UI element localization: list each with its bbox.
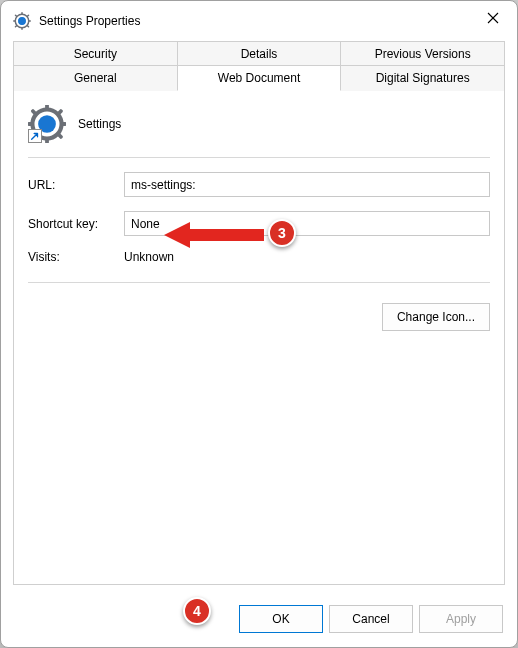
dialog-footer: OK Cancel Apply bbox=[1, 595, 517, 647]
ok-button[interactable]: OK bbox=[239, 605, 323, 633]
close-button[interactable] bbox=[473, 3, 513, 33]
window-title: Settings Properties bbox=[39, 14, 473, 28]
svg-point-10 bbox=[18, 17, 25, 24]
tab-general[interactable]: General bbox=[13, 65, 178, 91]
visits-value: Unknown bbox=[124, 250, 490, 264]
change-icon-row: Change Icon... bbox=[28, 303, 490, 331]
svg-rect-14 bbox=[45, 105, 49, 111]
visits-label: Visits: bbox=[28, 250, 124, 264]
settings-gear-icon bbox=[13, 12, 31, 30]
titlebar: Settings Properties bbox=[1, 1, 517, 37]
shortcut-key-label: Shortcut key: bbox=[28, 217, 124, 231]
settings-gear-icon bbox=[28, 105, 66, 143]
divider bbox=[28, 282, 490, 283]
item-header: Settings bbox=[28, 105, 490, 143]
close-icon bbox=[487, 12, 499, 24]
apply-button[interactable]: Apply bbox=[419, 605, 503, 633]
tab-digital-signatures[interactable]: Digital Signatures bbox=[340, 65, 505, 91]
tabs-row-front: General Web Document Digital Signatures bbox=[13, 65, 505, 91]
content-area: Security Details Previous Versions Gener… bbox=[1, 37, 517, 595]
svg-rect-16 bbox=[28, 122, 34, 126]
properties-window: Settings Properties Security Details Pre… bbox=[0, 0, 518, 648]
tab-panel: Settings URL: Shortcut key: Visits: Unkn… bbox=[13, 90, 505, 585]
svg-rect-15 bbox=[45, 137, 49, 143]
url-input[interactable] bbox=[124, 172, 490, 197]
item-name: Settings bbox=[78, 117, 121, 131]
tab-details[interactable]: Details bbox=[177, 41, 342, 66]
url-label: URL: bbox=[28, 178, 124, 192]
form-grid: URL: Shortcut key: Visits: Unknown bbox=[28, 172, 490, 264]
shortcut-overlay-icon bbox=[28, 129, 42, 143]
tabs-row-back: Security Details Previous Versions bbox=[13, 41, 505, 66]
svg-rect-17 bbox=[60, 122, 66, 126]
tab-security[interactable]: Security bbox=[13, 41, 178, 66]
tab-web-document[interactable]: Web Document bbox=[177, 65, 342, 91]
change-icon-button[interactable]: Change Icon... bbox=[382, 303, 490, 331]
cancel-button[interactable]: Cancel bbox=[329, 605, 413, 633]
tab-previous-versions[interactable]: Previous Versions bbox=[340, 41, 505, 66]
shortcut-key-input[interactable] bbox=[124, 211, 490, 236]
divider bbox=[28, 157, 490, 158]
